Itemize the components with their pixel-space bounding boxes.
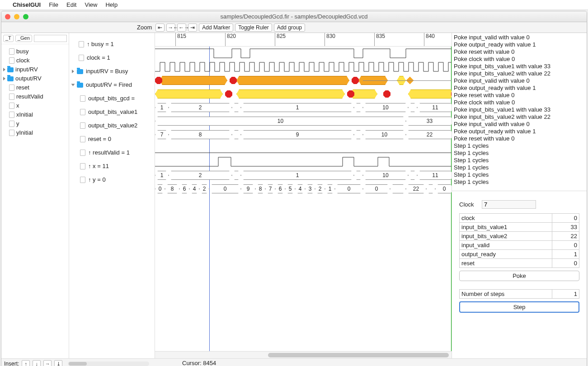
ruler-tick: 835: [374, 33, 385, 46]
chevron-down-icon[interactable]: [71, 84, 75, 86]
ruler-tick: 830: [325, 33, 335, 46]
signal-value-cell[interactable]: 0: [552, 259, 579, 268]
table-row: input_bits_value222: [460, 232, 579, 241]
digital-lane: [155, 60, 452, 74]
zoom-end-icon[interactable]: ⇥: [188, 23, 197, 32]
menu-help[interactable]: Help: [105, 1, 118, 8]
bus-segment: [390, 184, 406, 193]
minimize-icon[interactable]: [14, 14, 19, 19]
chevron-right-icon[interactable]: [72, 70, 74, 73]
selected-signal-row[interactable]: ↑ busy = 1: [72, 38, 152, 51]
menu-edit[interactable]: Edit: [66, 1, 76, 8]
selected-signals-panel[interactable]: ↑ busy = 1clock = 1input/RV = Busyoutput…: [69, 33, 155, 358]
selected-signal-row[interactable]: clock = 1: [72, 51, 152, 65]
tree-item[interactable]: output/RV: [3, 74, 67, 83]
scrollbar-thumb[interactable]: [69, 362, 87, 366]
filter-gen-button[interactable]: _Gen: [15, 35, 32, 42]
scrollbar-thumb[interactable]: [268, 353, 449, 357]
zoom-begin-icon[interactable]: ⇤: [155, 23, 165, 32]
bus-segment: 8: [169, 130, 232, 139]
signal-value-cell[interactable]: 1: [552, 250, 579, 259]
chevron-right-icon[interactable]: [3, 77, 5, 80]
tree-item[interactable]: clock: [3, 56, 67, 65]
horizontal-scrollbar[interactable]: [155, 351, 452, 358]
signal-label: output_bits_value1: [88, 105, 137, 119]
log-line: Poke input_bits_value2 with value 22: [454, 113, 585, 121]
bus-segment: 1: [155, 171, 169, 180]
tree-scrollbar[interactable]: [68, 361, 149, 366]
selected-signal-row[interactable]: output_bits_value1: [72, 105, 152, 119]
tree-item[interactable]: xInitial: [3, 110, 67, 119]
state-segment: [350, 89, 377, 99]
tree-item[interactable]: y: [3, 119, 67, 128]
tree-item-label: input/RV: [15, 66, 38, 74]
document-icon: [9, 112, 14, 118]
signal-value-cell[interactable]: 0: [552, 214, 579, 223]
poke-button[interactable]: Poke: [459, 271, 579, 281]
folder-icon: [7, 76, 14, 81]
selected-signal-row[interactable]: ↑ x = 11: [72, 160, 152, 173]
selected-signal-row[interactable]: output/RV = Fired: [72, 78, 152, 92]
selected-signal-row[interactable]: output_bits_gcd =: [72, 92, 152, 105]
document-icon: [79, 41, 84, 47]
tree-item[interactable]: reset: [3, 83, 67, 92]
log-line: Poke input_bits_value2 with value 22: [454, 70, 585, 77]
log-line: Poke input_valid with value 0: [454, 77, 585, 84]
bus-segment: [232, 103, 241, 112]
time-ruler[interactable]: 815820825830835840: [155, 33, 452, 47]
clock-input[interactable]: [482, 200, 536, 209]
chevron-right-icon[interactable]: [3, 68, 5, 71]
zoom-out-icon[interactable]: ←→: [177, 23, 186, 32]
state-segment: [408, 89, 452, 99]
close-icon[interactable]: [5, 14, 10, 19]
insert-up-icon[interactable]: ↑: [22, 360, 30, 366]
tree-filter-input[interactable]: [34, 35, 67, 42]
insert-bottom-icon[interactable]: ⤓: [54, 360, 62, 366]
menu-file[interactable]: File: [49, 1, 58, 8]
selected-signal-row[interactable]: reset = 0: [72, 132, 152, 146]
selected-signal-row[interactable]: input/RV = Busy: [72, 65, 152, 78]
bus-segment: [232, 171, 241, 180]
bus-segment: [232, 130, 241, 139]
signal-value-cell[interactable]: 22: [552, 232, 579, 241]
tree-item[interactable]: input/RV: [3, 65, 67, 74]
selected-signal-row[interactable]: ↑ y = 0: [72, 173, 152, 187]
insert-label: Insert:: [4, 361, 19, 366]
steps-value[interactable]: 1: [574, 291, 577, 297]
waveform-canvas[interactable]: 1211011103378910221211011086420987654321…: [155, 47, 452, 351]
menu-view[interactable]: View: [85, 1, 97, 8]
signal-tree[interactable]: busyclockinput/RVoutput/RVresetresultVal…: [1, 44, 69, 140]
add-group-button[interactable]: Add group: [274, 23, 305, 32]
zoom-in-icon[interactable]: →←: [166, 23, 175, 32]
toggle-ruler-button[interactable]: Toggle Ruler: [235, 23, 272, 32]
maximize-icon[interactable]: [23, 14, 28, 19]
tree-item[interactable]: resultValid: [3, 92, 67, 101]
signal-value-cell[interactable]: 0: [552, 241, 579, 250]
bus-segment: 10: [363, 103, 408, 112]
tree-item[interactable]: x: [3, 101, 67, 110]
waveform-area: 815820825830835840 121101110337891022121…: [155, 33, 452, 358]
signal-name-cell: output_ready: [460, 250, 552, 259]
filter-t-button[interactable]: _T: [3, 35, 14, 42]
titlebar: samples/DecoupledGcd.fir - samples/Decou…: [1, 11, 587, 22]
selected-signal-row[interactable]: ↑ resultValid = 1: [72, 146, 152, 160]
table-row: output_ready1: [460, 250, 579, 259]
insert-down-icon[interactable]: ↓: [33, 360, 41, 366]
add-marker-button[interactable]: Add Marker: [199, 23, 233, 32]
bus-lane: 08642098765432100220: [155, 182, 452, 196]
signal-label: ↑ busy = 1: [87, 38, 114, 51]
fired-lane: [155, 74, 452, 87]
log-line: Step 1 cycles: [454, 164, 585, 171]
selected-signal-row[interactable]: output_bits_value2: [72, 119, 152, 132]
tree-item[interactable]: yInitial: [3, 128, 67, 137]
insert-right-icon[interactable]: →: [43, 360, 52, 366]
bus-segment: [354, 171, 363, 180]
signal-value-cell[interactable]: 33: [552, 223, 579, 232]
signal-value-table: clock0input_bits_value133input_bits_valu…: [459, 213, 579, 268]
step-button[interactable]: Step: [459, 301, 579, 313]
log-line: Step 1 cycles: [454, 171, 585, 178]
bus-segment: 10: [155, 117, 406, 126]
signal-name-cell: clock: [460, 214, 552, 223]
statusbar: Insert: ↑ ↓ → ⤓ Cursor: 8454: [1, 358, 587, 366]
tree-item[interactable]: busy: [3, 47, 67, 56]
